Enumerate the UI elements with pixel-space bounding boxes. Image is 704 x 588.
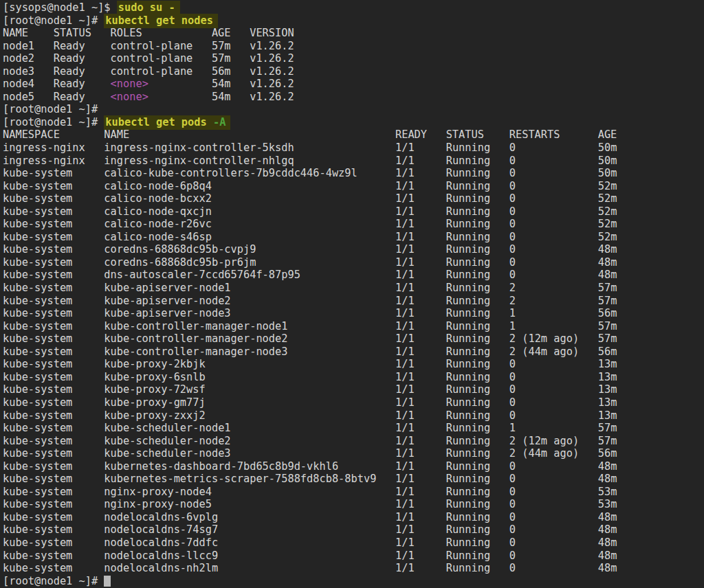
table-cell: 1/1: [395, 295, 446, 307]
table-cell: Running: [446, 460, 509, 473]
table-cell: 0: [509, 180, 598, 192]
pods-table-row: kube-system kube-proxy-6snlb 1/1 Running…: [3, 371, 704, 384]
table-cell: 13m: [598, 383, 617, 396]
table-cell: Running: [446, 523, 509, 536]
table-cell: node2: [3, 52, 54, 65]
table-cell: kube-system: [3, 422, 104, 434]
table-cell: 57m: [598, 295, 617, 307]
pods-table-row: kube-system kube-controller-manager-node…: [3, 332, 704, 346]
table-cell: 52m: [598, 218, 617, 230]
command-text: sudo su -: [118, 1, 175, 14]
pods-table-row: ingress-nginx ingress-nginx-controller-5…: [3, 142, 704, 155]
table-cell: 48m: [598, 256, 617, 269]
pods-table-row: kube-system kubernetes-metrics-scraper-7…: [3, 473, 704, 486]
table-cell: 0: [509, 218, 598, 230]
table-cell: 0: [509, 562, 598, 574]
table-cell: Running: [446, 320, 509, 332]
table-cell: Ready: [54, 78, 111, 90]
table-cell: 1/1: [395, 218, 446, 230]
table-cell: 54m: [212, 78, 250, 90]
nodes-table-row: node5 Ready <none> 54m v1.26.2: [3, 91, 704, 104]
pods-table-row: kube-system coredns-68868dc95b-pr6jm 1/1…: [3, 256, 704, 269]
pods-table-row: kube-system coredns-68868dc95b-cvpj9 1/1…: [3, 243, 704, 256]
table-cell: 1/1: [395, 142, 446, 154]
table-cell: 0: [509, 550, 598, 562]
pods-table-row: kube-system nginx-proxy-node5 1/1 Runnin…: [3, 498, 704, 511]
table-cell: 1/1: [395, 498, 446, 510]
table-cell: 1/1: [395, 180, 446, 192]
table-cell: 57m: [598, 282, 617, 294]
table-cell: kube-system: [3, 409, 104, 422]
pods-table-row: kube-system kube-controller-manager-node…: [3, 346, 704, 359]
table-cell: Running: [446, 155, 509, 167]
table-cell: 13m: [598, 358, 617, 370]
table-cell: 57m: [598, 435, 617, 447]
table-cell: 1/1: [395, 447, 446, 460]
table-cell: 1/1: [395, 205, 446, 218]
pods-table-row: kube-system nginx-proxy-node4 1/1 Runnin…: [3, 486, 704, 499]
table-cell: 0: [509, 167, 598, 179]
table-cell: 0: [509, 192, 598, 205]
table-cell: 1/1: [395, 358, 446, 370]
table-cell: kube-system: [3, 358, 104, 370]
table-cell: kube-system: [3, 205, 104, 218]
table-cell: 13m: [598, 396, 617, 409]
table-cell: nodelocaldns-74sg7: [104, 523, 395, 536]
table-cell: nodelocaldns-7ddfc: [104, 536, 395, 549]
table-cell: v1.26.2: [250, 65, 294, 78]
table-cell: 53m: [598, 498, 617, 510]
command-highlight: kubectl get nodes: [104, 14, 218, 28]
table-cell: kube-system: [3, 396, 104, 409]
table-cell: node5: [3, 91, 54, 103]
table-cell: kube-system: [3, 447, 104, 460]
table-cell: calico-node-qxcjn: [104, 205, 395, 218]
table-cell: kube-system: [3, 435, 104, 447]
table-cell: kube-system: [3, 218, 104, 230]
table-cell: Running: [446, 371, 509, 383]
table-cell: kube-scheduler-node2: [104, 435, 395, 447]
table-cell: 52m: [598, 192, 617, 205]
table-cell: kube-system: [3, 550, 104, 562]
terminal-line: [root@node1 ~]# kubectl get pods -A: [3, 116, 704, 129]
pods-table-row: kube-system kube-scheduler-node3 1/1 Run…: [3, 447, 704, 460]
table-cell: kube-system: [3, 486, 104, 498]
pods-table-row: kube-system dns-autoscaler-7ccd65764f-87…: [3, 269, 704, 282]
table-cell: kube-system: [3, 511, 104, 523]
table-cell: 1/1: [395, 383, 446, 396]
table-cell: 54m: [212, 91, 250, 103]
table-cell: 0: [509, 371, 598, 383]
table-cell: 0: [509, 231, 598, 243]
table-cell: Running: [446, 435, 509, 447]
table-cell: kube-controller-manager-node1: [104, 320, 395, 332]
table-cell: Running: [446, 243, 509, 256]
table-cell: Running: [446, 473, 509, 485]
command-text: -A: [213, 116, 226, 128]
table-cell: Running: [446, 180, 509, 192]
table-cell: 1/1: [395, 155, 446, 167]
table-cell: 1/1: [395, 307, 446, 319]
table-cell: 57m: [212, 40, 250, 52]
table-cell: calico-node-r26vc: [104, 218, 395, 230]
table-cell: Running: [446, 422, 509, 434]
table-cell: 1/1: [395, 396, 446, 409]
table-cell: kube-system: [3, 167, 104, 179]
table-cell: 57m: [598, 332, 617, 345]
shell-prompt: [root@node1 ~]#: [3, 103, 104, 115]
table-cell: Running: [446, 332, 509, 345]
pods-table-row: kube-system kube-apiserver-node1 1/1 Run…: [3, 282, 704, 295]
pods-table-row: kube-system calico-node-bcxx2 1/1 Runnin…: [3, 192, 704, 205]
table-cell: kube-proxy-2kbjk: [104, 358, 395, 370]
table-cell: kube-system: [3, 536, 104, 549]
table-cell: kube-system: [3, 346, 104, 358]
table-cell: Running: [446, 269, 509, 281]
table-cell: 1/1: [395, 346, 446, 358]
table-cell: Running: [446, 396, 509, 409]
table-cell: 48m: [598, 460, 617, 473]
terminal-screen[interactable]: [sysops@node1 ~]$ sudo su -[root@node1 ~…: [0, 0, 704, 587]
nodes-table-row: node3 Ready control-plane 56m v1.26.2: [3, 65, 704, 78]
table-cell: 0: [509, 383, 598, 396]
table-cell: 1/1: [395, 231, 446, 243]
table-cell: 0: [509, 256, 598, 269]
table-cell: node4: [3, 78, 54, 90]
table-cell: 2 (12m ago): [509, 435, 598, 447]
